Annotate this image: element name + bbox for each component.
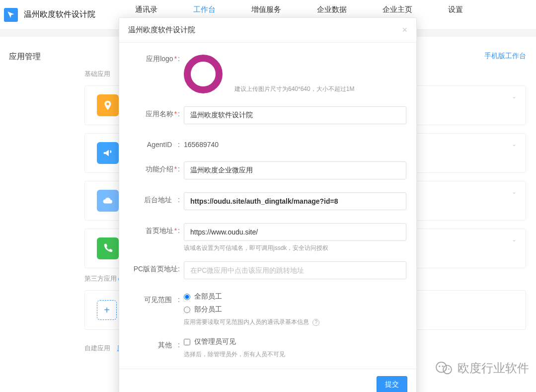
help-icon[interactable]: ? [312, 319, 319, 326]
modal-header: 温州欧度软件设计院 × [119, 18, 416, 43]
homepage-hint: 该域名设置为可信域名，即可调用jssdk，安全访问授权 [184, 244, 406, 252]
label-intro: 功能介绍 [146, 165, 173, 173]
close-icon[interactable]: × [402, 25, 407, 35]
agentid-value: 165689740 [184, 137, 406, 149]
scope-all-radio[interactable] [184, 294, 190, 300]
app-name-input[interactable] [184, 106, 406, 124]
svg-point-4 [446, 369, 447, 370]
label-other: 其他 [158, 341, 172, 349]
other-hint: 选择后，除管理员外，所有人员不可见 [184, 350, 406, 359]
label-logo: 应用logo [146, 55, 173, 63]
svg-point-0 [436, 362, 447, 373]
logo-hint: 建议上传图片尺寸为640*640，大小不超过1M [234, 85, 354, 93]
label-pc-homepage: PC版首页地址 [134, 265, 178, 273]
label-homepage: 首页地址 [146, 227, 173, 235]
svg-point-5 [448, 369, 449, 370]
svg-point-3 [442, 366, 444, 367]
modal-title: 温州欧度软件设计院 [128, 25, 195, 35]
app-intro-input[interactable] [184, 161, 406, 179]
svg-point-1 [443, 365, 452, 374]
wechat-icon [436, 361, 453, 375]
modal-body: 应用logo*: 建议上传图片尺寸为640*640，大小不超过1M 应用名称*:… [119, 43, 416, 369]
admin-only-checkbox[interactable] [184, 339, 190, 345]
app-logo-preview[interactable] [184, 55, 223, 93]
svg-point-2 [439, 366, 440, 367]
scope-part-radio[interactable] [184, 307, 190, 313]
backend-url-input[interactable] [184, 192, 406, 210]
label-name: 应用名称 [146, 110, 173, 118]
app-edit-modal: 温州欧度软件设计院 × 应用logo*: 建议上传图片尺寸为640*640，大小… [119, 17, 417, 392]
watermark-text: 欧度行业软件 [458, 360, 529, 376]
submit-button[interactable]: 提交 [377, 376, 407, 392]
modal-footer: 提交 [119, 369, 416, 392]
homepage-url-input[interactable] [184, 223, 406, 241]
watermark: 欧度行业软件 [436, 360, 529, 376]
label-backend: 后台地址 [144, 196, 172, 204]
label-scope: 可见范围 [144, 296, 172, 304]
scope-all-label: 全部员工 [194, 292, 222, 301]
scope-part-label: 部分员工 [194, 305, 222, 314]
scope-hint-text: 应用需要读取可见范围内人员的通讯录基本信息 [184, 318, 309, 325]
pc-homepage-url-input[interactable] [184, 261, 406, 279]
scope-hint: 应用需要读取可见范围内人员的通讯录基本信息 ? [184, 318, 406, 326]
admin-only-label: 仅管理员可见 [194, 337, 236, 346]
label-agentid: AgentID [147, 141, 172, 149]
